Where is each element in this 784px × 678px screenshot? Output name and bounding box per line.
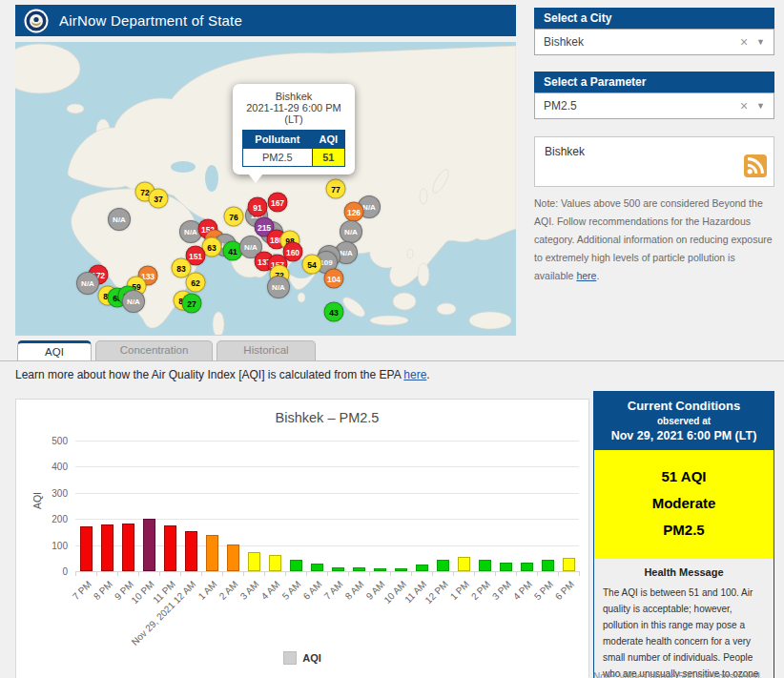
- aqi-world-map[interactable]: 7237N/A761109116777N/A126N/A152149N/A634…: [15, 42, 516, 336]
- x-tick-mark: [117, 571, 118, 576]
- x-tick-mark: [222, 571, 223, 576]
- page-title: AirNow Department of State: [59, 12, 242, 29]
- map-marker[interactable]: 76: [224, 207, 244, 227]
- x-tick-mark: [201, 571, 202, 576]
- x-tick-mark: [243, 571, 244, 576]
- aqi-bar[interactable]: [101, 524, 113, 571]
- city-feed-box: Bishkek: [534, 136, 774, 187]
- popup-col-pollutant: Pollutant: [243, 131, 313, 149]
- tab-aqi[interactable]: AQI: [17, 340, 92, 360]
- aqi-bar[interactable]: [563, 558, 575, 571]
- select-parameter-header: Select a Parameter: [534, 72, 774, 92]
- x-axis-label: 8 AM: [343, 579, 366, 602]
- clear-icon[interactable]: ×: [740, 34, 748, 50]
- current-conditions-header: Current Conditions observed at Nov 29, 2…: [594, 392, 774, 450]
- aqi-note-suffix: .: [596, 270, 599, 281]
- aqi-bar[interactable]: [80, 526, 93, 571]
- map-marker[interactable]: 77: [326, 179, 346, 199]
- dropdown-caret-icon[interactable]: ▼: [756, 101, 765, 111]
- aqi-bar[interactable]: [143, 519, 155, 571]
- epa-here-link[interactable]: here: [403, 368, 426, 381]
- cc-category: Moderate: [594, 490, 774, 517]
- aqi-bar[interactable]: [458, 557, 470, 571]
- feed-city-label: Bishkek: [545, 145, 585, 158]
- aqi-bar[interactable]: [185, 531, 197, 571]
- aqi-bar[interactable]: [374, 568, 386, 571]
- rss-icon[interactable]: [744, 154, 767, 180]
- map-marker[interactable]: N/A: [76, 272, 99, 295]
- tab-historical[interactable]: Historical: [217, 340, 316, 360]
- select-city-header: Select a City: [534, 8, 774, 29]
- aqi-note: Note: Values above 500 are considered Be…: [534, 195, 774, 285]
- x-axis-label: 7 PM: [70, 579, 93, 602]
- x-tick-mark: [411, 571, 412, 576]
- x-axis-label: 10 PM: [130, 579, 156, 606]
- map-marker[interactable]: N/A: [122, 290, 145, 313]
- map-marker[interactable]: N/A: [267, 276, 290, 298]
- map-marker[interactable]: 126: [344, 202, 364, 222]
- x-tick-mark: [432, 571, 433, 576]
- x-tick-mark: [138, 571, 139, 576]
- aqi-bar[interactable]: [311, 564, 323, 571]
- y-tick-label: 300: [30, 488, 68, 499]
- aqi-bar[interactable]: [206, 535, 218, 571]
- map-marker[interactable]: 27: [182, 294, 202, 314]
- aqi-bar[interactable]: [542, 560, 554, 571]
- aqi-bar[interactable]: [416, 565, 428, 571]
- aqi-bar[interactable]: [164, 525, 176, 571]
- x-axis-label: 10 AM: [382, 579, 408, 606]
- aqi-bar[interactable]: [227, 544, 239, 571]
- x-axis-label: 2 AM: [217, 579, 240, 602]
- x-tick-mark: [369, 571, 370, 576]
- x-tick-mark: [327, 571, 328, 576]
- aqi-bar[interactable]: [521, 563, 533, 571]
- aqi-bar[interactable]: [122, 524, 134, 571]
- map-marker[interactable]: 91: [248, 197, 268, 217]
- map-marker[interactable]: N/A: [108, 208, 131, 231]
- dropdown-caret-icon[interactable]: ▼: [756, 37, 765, 47]
- x-axis-label: 6 PM: [552, 579, 575, 602]
- map-popup[interactable]: Bishkek 2021-11-29 6:00 PM (LT) Pollutan…: [233, 84, 355, 175]
- x-axis-label: 5 AM: [280, 579, 303, 602]
- x-axis-label: 1 PM: [447, 579, 470, 602]
- aqi-bar[interactable]: [500, 563, 512, 571]
- learn-more-text: Learn more about how the Air Quality Ind…: [15, 368, 430, 381]
- aqi-bar[interactable]: [479, 560, 491, 571]
- parameter-select[interactable]: PM2.5 × ▼: [534, 92, 774, 119]
- map-marker[interactable]: 104: [324, 269, 344, 289]
- note-here-link[interactable]: here: [576, 270, 596, 281]
- aqi-bar[interactable]: [437, 560, 449, 571]
- tab-concentration[interactable]: Concentration: [95, 340, 213, 360]
- map-marker[interactable]: 62: [186, 273, 206, 293]
- aqi-bar[interactable]: [332, 567, 344, 571]
- y-tick-label: 200: [30, 514, 68, 524]
- aqi-bar[interactable]: [290, 560, 302, 571]
- popup-table: Pollutant AQI PM2.5 51: [242, 130, 345, 167]
- map-marker[interactable]: 167: [268, 193, 288, 213]
- gridline: [75, 466, 579, 467]
- chart-legend[interactable]: AQI: [16, 651, 588, 665]
- clear-icon[interactable]: ×: [740, 98, 748, 113]
- x-tick-mark: [306, 571, 307, 576]
- x-tick-mark: [516, 571, 517, 576]
- map-marker[interactable]: 43: [324, 302, 344, 322]
- aqi-bar[interactable]: [248, 552, 260, 571]
- popup-col-aqi: AQI: [312, 131, 344, 149]
- x-tick-mark: [390, 571, 391, 576]
- map-marker[interactable]: 54: [302, 255, 322, 275]
- popup-datetime: 2021-11-29 6:00 PM: [238, 102, 349, 113]
- map-marker[interactable]: 37: [149, 189, 169, 209]
- cc-aqi-block: 51 AQI Moderate PM2.5: [594, 450, 774, 559]
- cc-pollutant: PM2.5: [594, 517, 774, 544]
- aqi-bar[interactable]: [395, 568, 407, 571]
- map-marker[interactable]: N/A: [340, 220, 362, 243]
- x-axis-label: 4 AM: [259, 579, 282, 602]
- health-message-text: The AQI is between 51 and 100. Air quali…: [603, 585, 765, 678]
- x-axis-label: 5 PM: [531, 579, 554, 602]
- city-select[interactable]: Bishkek × ▼: [534, 29, 774, 55]
- aqi-bar[interactable]: [353, 567, 365, 571]
- aqi-bar[interactable]: [269, 555, 281, 571]
- health-message-block: Health Message The AQI is between 51 and…: [594, 559, 774, 678]
- x-tick-mark: [348, 571, 349, 576]
- health-message-title: Health Message: [603, 566, 765, 578]
